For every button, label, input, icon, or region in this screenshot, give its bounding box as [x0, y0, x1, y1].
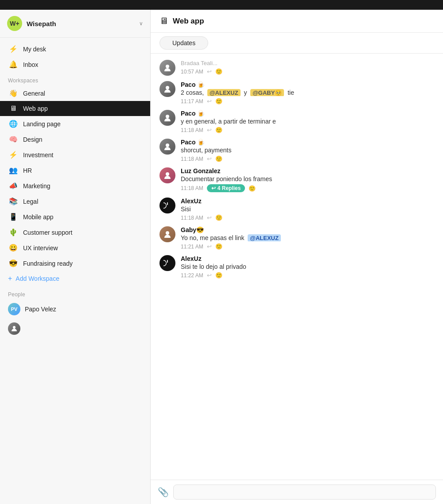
workspaces-label: Workspaces	[0, 72, 150, 85]
message-body: Luz Gonzalez Documentar poniendo los fra…	[181, 167, 434, 192]
sidebar-item-fundraising-ready[interactable]: 😎 Fundraising ready	[0, 256, 150, 271]
emoji-icon[interactable]: 🙂	[249, 185, 256, 192]
table-row: Paco 🍺 y en general, a partir de termina…	[151, 107, 443, 136]
sidebar-item-label: UX interview	[23, 244, 58, 252]
emoji-icon[interactable]: 🙂	[215, 127, 222, 133]
sidebar-item-my-desk[interactable]: ⚡ My desk	[0, 41, 150, 57]
message-text: Documentar poniendo los frames	[181, 175, 434, 182]
avatar	[159, 81, 175, 97]
sidebar-item-label: Inbox	[23, 61, 38, 68]
reply-icon[interactable]: ↩	[207, 214, 212, 221]
design-icon: 🧠	[8, 135, 19, 143]
message-sender: Paco 🍺	[181, 110, 434, 117]
sidebar-item-design[interactable]: 🧠 Design	[0, 132, 150, 147]
message-meta: 11:21 AM ↩ 🙂	[181, 243, 434, 250]
sidebar-item-label: Mobile app	[23, 213, 54, 221]
message-time: 11:17 AM	[181, 98, 203, 105]
workspace-name: Wisepath	[27, 20, 139, 27]
landing-page-icon: 🌐	[8, 120, 19, 128]
chat-header-icon: 🖥	[159, 16, 168, 26]
message-meta: 11:18 AM ↩ 4 Replies 🙂	[181, 184, 434, 192]
top-bar	[0, 0, 443, 10]
svg-point-2	[166, 86, 169, 89]
message-meta: 11:18 AM ↩ 🙂	[181, 127, 434, 133]
emoji-icon[interactable]: 🙂	[215, 243, 222, 250]
sidebar-item-label: My desk	[23, 46, 46, 53]
marketing-icon: 📣	[8, 182, 19, 190]
message-text: shorcut, payments	[181, 147, 434, 154]
message-body: Paco 🍺 y en general, a partir de termina…	[181, 110, 434, 133]
message-text: y en general, a partir de terminar e	[181, 118, 434, 125]
message-time: 11:22 AM	[181, 272, 203, 279]
chat-input[interactable]	[173, 485, 436, 500]
sidebar-item-mobile-app[interactable]: 📱 Mobile app	[0, 209, 150, 225]
message-text: Sisi	[181, 205, 434, 213]
attach-icon[interactable]: 📎	[158, 487, 169, 497]
message-time: 11:18 AM	[181, 156, 203, 162]
main-content: 🖥 Web app Updates B	[151, 10, 443, 504]
updates-button[interactable]: Updates	[159, 36, 208, 50]
sidebar-item-web-app[interactable]: 🖥 Web app	[0, 101, 150, 116]
table-row: Bradaa Teali... 10:57 AM ↩ 🙂	[151, 57, 443, 78]
people-name: Papo Velez	[25, 306, 56, 313]
sidebar-item-label: Web app	[23, 105, 48, 112]
sidebar-item-legal[interactable]: 📚 Legal	[0, 194, 150, 209]
message-time: 11:18 AM	[181, 185, 203, 191]
mention-tag: @ALEXUZ	[207, 89, 241, 96]
emoji-icon[interactable]: 🙂	[215, 272, 222, 279]
avatar	[159, 198, 175, 213]
message-body: AlexUz Sisi te lo dejo al privado 11:22 …	[181, 255, 434, 279]
svg-point-6	[166, 231, 169, 235]
sidebar-item-marketing[interactable]: 📣 Marketing	[0, 178, 150, 194]
sidebar-item-ux-interview[interactable]: 😀 UX interview	[0, 240, 150, 256]
message-meta: 11:18 AM ↩ 🙂	[181, 155, 434, 162]
chat-header: 🖥 Web app	[151, 10, 443, 33]
sidebar-item-customer-support[interactable]: 🌵 Customer support	[0, 225, 150, 240]
emoji-icon[interactable]: 🙂	[215, 68, 222, 75]
legal-icon: 📚	[8, 197, 19, 205]
message-body: Bradaa Teali... 10:57 AM ↩ 🙂	[181, 60, 434, 75]
add-workspace-button[interactable]: + Add Workspace	[0, 271, 150, 286]
sidebar-item-unknown-person[interactable]	[0, 319, 150, 338]
workspace-header[interactable]: W+ Wisepath ∨	[0, 10, 150, 38]
sidebar-item-general[interactable]: 👋 General	[0, 85, 150, 101]
message-meta: 11:17 AM ↩ 🙂	[181, 98, 434, 105]
people-label: People	[0, 286, 150, 299]
sidebar-item-label: Investment	[23, 151, 53, 159]
emoji-icon[interactable]: 🙂	[215, 155, 222, 162]
message-text: Sisi te lo dejo al privado	[181, 263, 434, 270]
reply-icon[interactable]: ↩	[207, 243, 212, 250]
avatar-papo-velez: PV	[8, 303, 20, 315]
reply-icon[interactable]: ↩	[207, 68, 212, 75]
reply-icon[interactable]: ↩	[207, 127, 212, 133]
sidebar-item-hr[interactable]: 👥 HR	[0, 163, 150, 178]
general-icon: 👋	[8, 89, 19, 97]
sidebar-item-papo-velez[interactable]: PV Papo Velez	[0, 299, 150, 319]
messages-list: Bradaa Teali... 10:57 AM ↩ 🙂	[151, 54, 443, 480]
message-sender: Paco 🍺	[181, 81, 434, 88]
message-sender: Paco 🍺	[181, 139, 434, 146]
avatar	[159, 255, 175, 271]
sidebar-item-landing-page[interactable]: 🌐 Landing page	[0, 116, 150, 132]
my-desk-icon: ⚡	[8, 45, 19, 53]
hr-icon: 👥	[8, 166, 19, 174]
reply-icon[interactable]: ↩	[207, 155, 212, 162]
emoji-icon[interactable]: 🙂	[215, 214, 222, 221]
table-row: AlexUz Sisi 11:18 AM ↩ 🙂	[151, 195, 443, 224]
message-time: 11:18 AM	[181, 215, 203, 221]
sidebar-item-inbox[interactable]: 🔔 Inbox	[0, 57, 150, 72]
sidebar-item-label: Landing page	[23, 120, 61, 128]
message-body: Paco 🍺 2 cosas, @ALEXUZ y @GABY🥺 tie 11:…	[181, 81, 434, 105]
sidebar-item-label: HR	[23, 167, 32, 174]
web-app-icon: 🖥	[8, 105, 19, 112]
sidebar-item-investment[interactable]: ⚡ Investment	[0, 147, 150, 163]
svg-point-1	[166, 65, 169, 68]
svg-point-4	[166, 143, 169, 147]
emoji-icon[interactable]: 🙂	[215, 98, 222, 105]
reply-icon[interactable]: ↩	[207, 98, 212, 105]
replies-badge[interactable]: ↩ 4 Replies	[207, 184, 245, 192]
svg-point-0	[13, 326, 16, 329]
message-body: Gaby😎 Yo no, me pasas el link @ALEXUZ 11…	[181, 226, 434, 250]
reply-icon[interactable]: ↩	[207, 272, 212, 279]
sidebar-item-label: Design	[23, 136, 43, 143]
